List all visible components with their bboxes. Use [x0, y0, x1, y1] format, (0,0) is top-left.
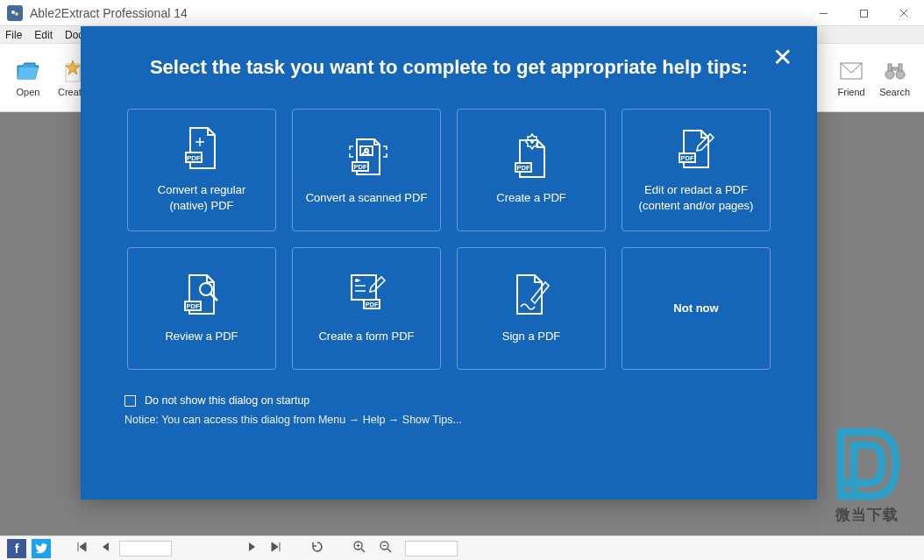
last-page-button[interactable] [267, 541, 286, 556]
svg-text:PDF: PDF [187, 154, 201, 162]
card-label: Sign a PDF [502, 329, 560, 344]
pdf-scan-icon: PDF [345, 134, 388, 178]
binoculars-icon [883, 59, 907, 83]
twitter-icon[interactable] [32, 539, 51, 558]
svg-rect-13 [892, 67, 899, 70]
svg-point-2 [15, 12, 18, 16]
zoom-level-input[interactable] [405, 541, 458, 556]
svg-point-1 [11, 11, 15, 14]
rotate-button[interactable] [307, 540, 328, 557]
svg-point-33 [200, 283, 212, 295]
open-label: Open [17, 87, 40, 97]
svg-text:PDF: PDF [517, 164, 530, 172]
dont-show-label: Do not show this dialog on startup [145, 394, 309, 407]
envelope-icon [839, 59, 864, 83]
pdf-convert-icon: PDF [180, 126, 224, 170]
card-label: Edit or redact a PDF (content and/or pag… [633, 182, 759, 213]
svg-rect-12 [899, 64, 902, 71]
search-button[interactable]: Search [872, 48, 917, 108]
dialog-heading: Select the task you want to complete to … [124, 56, 773, 79]
svg-text:PDF: PDF [354, 163, 367, 171]
help-tips-dialog: ✕ Select the task you want to complete t… [81, 26, 817, 500]
zoom-out-button[interactable] [375, 540, 396, 557]
dont-show-checkbox[interactable] [124, 395, 136, 407]
task-grid: PDF Convert a regular (native) PDF PDF C… [124, 109, 773, 370]
open-folder-icon [16, 59, 40, 83]
pdf-create-icon: PDF [509, 134, 553, 178]
card-convert-scanned[interactable]: PDF Convert a scanned PDF [292, 109, 441, 231]
dialog-close-button[interactable]: ✕ [772, 46, 793, 70]
svg-rect-34 [352, 275, 376, 300]
card-create-pdf[interactable]: PDF Create a PDF [457, 109, 606, 231]
card-label: Convert a regular (native) PDF [139, 182, 265, 213]
app-icon [7, 5, 23, 21]
close-button[interactable] [884, 0, 924, 26]
svg-text:PDF: PDF [366, 301, 379, 308]
pdf-sign-icon [509, 273, 553, 316]
card-label: Not now [673, 301, 718, 316]
card-not-now[interactable]: Not now [622, 247, 771, 370]
status-bar: f [0, 535, 924, 560]
card-label: Convert a scanned PDF [306, 190, 428, 206]
pdf-form-icon: PDF [345, 273, 388, 316]
card-sign-pdf[interactable]: Sign a PDF [457, 247, 606, 370]
search-label: Search [879, 87, 910, 97]
card-review-pdf[interactable]: PDF Review a PDF [127, 247, 276, 370]
card-label: Create a form PDF [318, 329, 414, 344]
svg-line-19 [387, 549, 391, 552]
svg-line-15 [361, 549, 365, 552]
pdf-edit-icon: PDF [674, 126, 718, 170]
pdf-review-icon: PDF [180, 273, 224, 316]
window-titlebar: Able2Extract Professional 14 [0, 0, 924, 26]
friend-label: Friend [838, 87, 865, 97]
dialog-notice: Notice: You can access this dialog from … [124, 414, 773, 426]
next-page-button[interactable] [244, 541, 261, 556]
menu-edit[interactable]: Edit [34, 29, 53, 41]
dialog-footer: Do not show this dialog on startup Notic… [124, 394, 773, 426]
page-number-input[interactable] [119, 541, 172, 556]
maximize-button[interactable] [843, 0, 884, 26]
card-label: Create a PDF [496, 190, 565, 206]
open-button[interactable]: Open [7, 48, 49, 108]
facebook-icon[interactable]: f [7, 539, 26, 558]
prev-page-button[interactable] [96, 541, 114, 556]
svg-rect-0 [10, 8, 20, 18]
card-create-form[interactable]: PDF Create a form PDF [292, 247, 441, 370]
minimize-button[interactable] [803, 0, 843, 26]
card-label: Review a PDF [165, 329, 238, 344]
svg-rect-11 [888, 64, 892, 71]
svg-text:PDF: PDF [187, 302, 200, 310]
card-convert-native[interactable]: PDF Convert a regular (native) PDF [127, 109, 276, 231]
first-page-button[interactable] [72, 541, 91, 556]
card-edit-redact[interactable]: PDF Edit or redact a PDF (content and/or… [622, 109, 771, 231]
window-title: Able2Extract Professional 14 [30, 6, 803, 20]
svg-point-35 [356, 280, 358, 281]
tell-friend-button[interactable]: Friend [830, 48, 872, 108]
menu-file[interactable]: File [5, 29, 22, 41]
zoom-in-button[interactable] [349, 540, 370, 557]
window-controls [803, 0, 924, 25]
svg-text:PDF: PDF [681, 154, 694, 162]
svg-rect-4 [860, 10, 867, 17]
